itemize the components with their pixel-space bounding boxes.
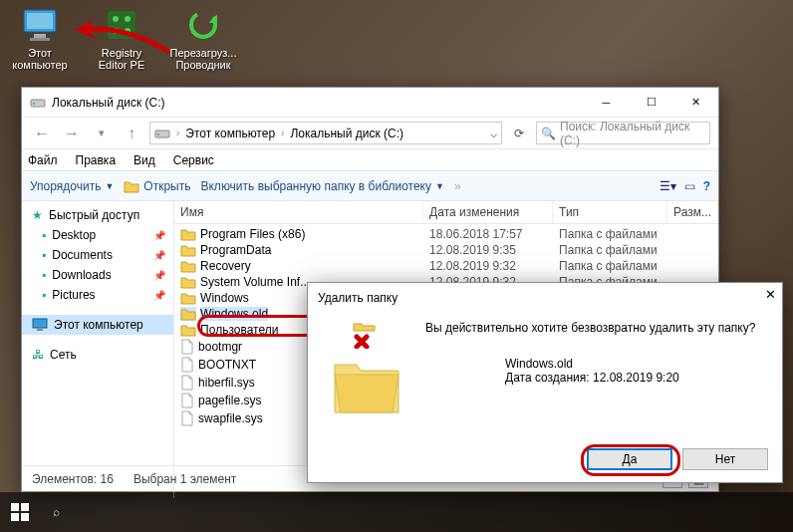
sidebar-item-documents[interactable]: ▪Documents📌: [22, 245, 173, 265]
menu-file[interactable]: Файл: [28, 153, 58, 167]
search-icon: 🔍: [541, 127, 556, 140]
file-row[interactable]: Recovery12.08.2019 9:32Папка с файлами: [174, 258, 718, 274]
start-button[interactable]: [8, 500, 32, 524]
file-icon: [180, 410, 194, 426]
chevron-right-icon[interactable]: ›: [279, 128, 286, 138]
svg-point-9: [191, 13, 215, 37]
file-row[interactable]: ProgramData12.08.2019 9:35Папка с файлам…: [174, 242, 718, 258]
folder-icon: [180, 243, 196, 257]
svg-rect-14: [33, 319, 47, 328]
annotation-arrow: [75, 20, 174, 60]
include-library-button[interactable]: Включить выбранную папку в библиотеку ▼: [200, 179, 443, 193]
dialog-yes-button[interactable]: Да: [587, 448, 672, 470]
taskbar: ⌕: [0, 492, 793, 532]
breadcrumb-segment[interactable]: Этот компьютер: [185, 127, 275, 140]
dialog-no-button[interactable]: Нет: [682, 448, 768, 470]
desktop-icon-this-pc[interactable]: Этот компьютер: [5, 5, 75, 71]
desktop-icon-label: Этот компьютер: [12, 47, 67, 71]
file-name: Пользователи: [200, 323, 278, 337]
file-name: pagefile.sys: [198, 394, 261, 407]
pictures-icon: ▪: [42, 288, 46, 302]
file-name: Windows: [200, 291, 249, 305]
sidebar-item-downloads[interactable]: ▪Downloads📌: [22, 265, 173, 285]
breadcrumb-segment[interactable]: Локальный диск (C:): [290, 127, 403, 140]
file-name: swapfile.sys: [198, 411, 263, 425]
desktop-icon-label: Перезагруз... Проводник: [170, 47, 237, 71]
preview-pane-button[interactable]: ▭: [684, 179, 695, 193]
help-button[interactable]: ?: [703, 179, 710, 193]
menu-view[interactable]: Вид: [133, 153, 155, 167]
desktop-icon: ▪: [42, 228, 46, 242]
file-name: bootmgr: [198, 340, 242, 354]
nav-recent-button[interactable]: ▾: [90, 122, 114, 145]
taskbar-search-button[interactable]: ⌕: [44, 500, 68, 524]
file-icon: [180, 375, 194, 391]
dialog-item-name: Windows.old: [505, 357, 768, 371]
drive-icon: [30, 95, 46, 111]
folder-icon: [180, 307, 196, 321]
close-button[interactable]: ✕: [673, 88, 718, 117]
file-name: Program Files (x86): [200, 227, 305, 241]
downloads-icon: ▪: [42, 268, 46, 282]
file-date: 18.06.2018 17:57: [423, 227, 553, 241]
file-name: hiberfil.sys: [198, 376, 255, 390]
desktop-icon-reload-explorer[interactable]: Перезагруз... Проводник: [168, 5, 238, 71]
file-name: Recovery: [200, 259, 251, 273]
menu-tools[interactable]: Сервис: [173, 153, 214, 167]
column-header-type[interactable]: Тип: [553, 201, 667, 223]
svg-rect-1: [27, 13, 53, 29]
pin-icon: 📌: [153, 230, 165, 241]
refresh-button[interactable]: ⟳: [508, 123, 530, 144]
window-title: Локальный диск (C:): [52, 96, 584, 110]
sidebar-item-desktop[interactable]: ▪Desktop📌: [22, 225, 173, 245]
sidebar-item-this-pc[interactable]: Этот компьютер: [22, 315, 173, 335]
svg-rect-2: [34, 34, 46, 38]
nav-up-button[interactable]: ↑: [120, 122, 143, 145]
column-header-size[interactable]: Разм...: [667, 201, 718, 223]
file-name: System Volume Inf...: [200, 275, 310, 289]
dialog-close-button[interactable]: ✕: [765, 287, 776, 302]
svg-rect-17: [21, 503, 29, 511]
folder-icon: [180, 323, 196, 337]
delete-x-icon: [353, 321, 381, 349]
view-options-button[interactable]: ☰▾: [660, 179, 676, 193]
file-date: 12.08.2019 9:35: [423, 243, 553, 257]
svg-point-11: [33, 103, 35, 105]
file-icon: [180, 393, 194, 408]
organize-button[interactable]: Упорядочить ▼: [30, 179, 114, 193]
chevron-right-icon[interactable]: ›: [174, 128, 181, 138]
open-button[interactable]: Открыть: [124, 179, 190, 193]
svg-point-13: [157, 133, 159, 135]
file-row[interactable]: Program Files (x86)18.06.2018 17:57Папка…: [174, 226, 718, 242]
svg-rect-10: [31, 100, 45, 107]
file-name: BOOTNXT: [198, 358, 256, 372]
search-placeholder: Поиск: Локальный диск (C:): [560, 120, 705, 147]
sidebar-quick-access[interactable]: ★ Быстрый доступ: [22, 205, 173, 225]
star-icon: ★: [32, 208, 43, 222]
menu-edit[interactable]: Правка: [76, 153, 117, 167]
nav-back-button[interactable]: ←: [30, 122, 54, 145]
maximize-button[interactable]: ☐: [629, 88, 673, 117]
address-dropdown[interactable]: ⌵: [490, 127, 497, 140]
sidebar-item-network[interactable]: 🖧 Сеть: [22, 345, 173, 365]
column-header-date[interactable]: Дата изменения: [423, 201, 553, 223]
dialog-item-created: Дата создания: 12.08.2019 9:20: [505, 371, 768, 385]
svg-rect-15: [37, 329, 43, 331]
pin-icon: 📌: [153, 250, 165, 261]
column-header-name[interactable]: Имя: [174, 201, 423, 223]
file-icon: [180, 357, 194, 373]
dialog-title: Удалить папку: [308, 283, 782, 313]
sidebar-item-pictures[interactable]: ▪Pictures📌: [22, 285, 173, 305]
svg-rect-18: [11, 513, 19, 521]
nav-forward-button[interactable]: →: [60, 122, 84, 145]
folder-large-icon: [331, 357, 402, 416]
reload-icon: [183, 5, 223, 45]
file-type: Папка с файлами: [553, 259, 667, 273]
file-type: Папка с файлами: [553, 243, 667, 257]
delete-folder-dialog: Удалить папку ✕ Вы действительно хотите …: [307, 282, 783, 483]
minimize-button[interactable]: ─: [584, 88, 629, 117]
status-count: Элементов: 16: [32, 472, 114, 486]
address-bar[interactable]: › Этот компьютер › Локальный диск (C:) ⌵: [149, 122, 502, 144]
search-input[interactable]: 🔍 Поиск: Локальный диск (C:): [536, 122, 710, 144]
network-icon: 🖧: [32, 348, 44, 362]
